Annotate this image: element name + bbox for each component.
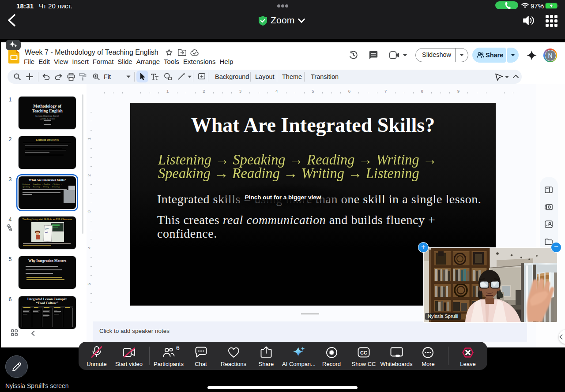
svg-text:CC: CC	[360, 350, 367, 355]
